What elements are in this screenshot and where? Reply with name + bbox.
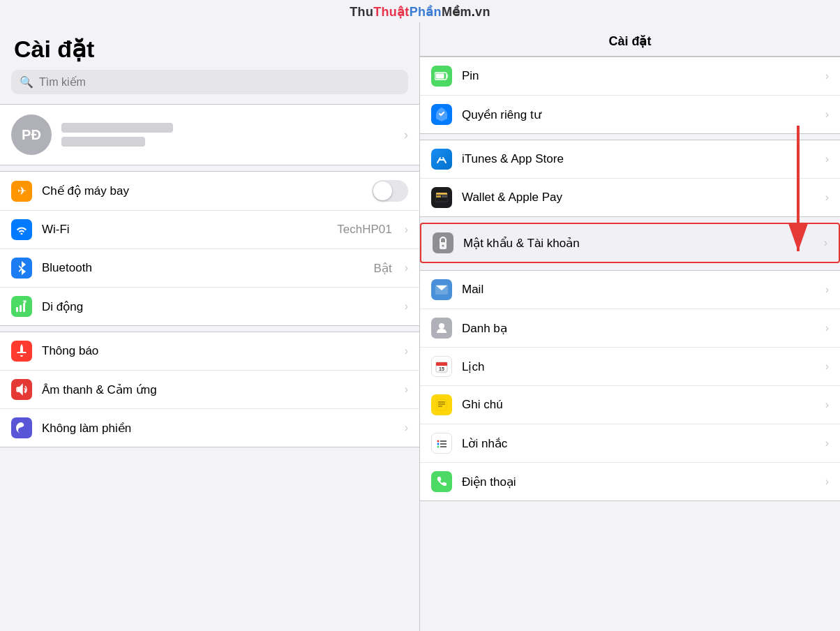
right-group-battery-privacy: Pin › Quyền riêng tư › (420, 57, 840, 134)
calendar-icon: 15 (431, 356, 452, 377)
contacts-label: Danh bạ (462, 321, 816, 336)
profile-row[interactable]: PĐ › (0, 104, 419, 165)
svg-rect-2 (23, 303, 25, 312)
privacy-icon (431, 104, 452, 125)
list-item[interactable]: Ghi chú › (420, 386, 840, 424)
sound-label: Âm thanh & Cảm ứng (42, 383, 395, 397)
battery-label: Pin (462, 69, 816, 83)
right-panel: Cài đặt Pin › (420, 22, 840, 631)
list-item[interactable]: Wi-Fi TechHP01 › (0, 211, 419, 249)
itunes-label: iTunes & App Store (462, 152, 816, 166)
cellular-icon (11, 296, 32, 317)
avatar: PĐ (11, 114, 52, 155)
list-item[interactable]: iTunes & App Store › (420, 140, 840, 179)
right-group-itunes-wallet: iTunes & App Store › Wallet & Apple Pay … (420, 140, 840, 217)
notifications-icon (11, 341, 32, 362)
profile-detail-blur (61, 137, 145, 147)
notes-label: Ghi chú (462, 398, 816, 412)
cellular-label: Di động (42, 299, 395, 314)
profile-name-blur (61, 123, 173, 133)
list-item[interactable]: Bluetooth Bật › (0, 249, 419, 288)
watermark-phan: Phần (410, 5, 442, 19)
list-item[interactable]: Điện thoại › (420, 463, 840, 500)
search-input[interactable] (39, 76, 400, 89)
svg-point-24 (437, 440, 440, 443)
settings-group-connectivity: ✈ Chế độ máy bay Wi-Fi TechHP01 › (0, 171, 419, 326)
svg-point-11 (442, 245, 444, 247)
battery-chevron-icon: › (825, 70, 829, 82)
phone-icon (431, 471, 452, 492)
password-accounts-item[interactable]: Mật khẩu & Tài khoản › (420, 223, 840, 263)
list-item[interactable]: Pin › (420, 57, 840, 96)
left-panel-title: Cài đặt (0, 22, 419, 70)
svg-rect-0 (16, 307, 18, 312)
svg-point-26 (437, 446, 440, 448)
password-accounts-label: Mật khẩu & Tài khoản (463, 236, 814, 251)
wallet-icon (431, 187, 452, 208)
list-item[interactable]: Âm thanh & Cảm ứng › (0, 371, 419, 409)
contacts-chevron-icon: › (825, 322, 829, 334)
calendar-label: Lịch (462, 359, 816, 374)
watermark-bar: ThuThuậtPhầnMềm.vn (0, 0, 840, 22)
left-panel: Cài đặt 🔍 PĐ › ✈ Chế độ máy bay (0, 22, 420, 631)
list-item[interactable]: Quyền riêng tư › (420, 96, 840, 133)
watermark-vn: vn (475, 5, 490, 19)
dnd-label: Không làm phiền (42, 421, 395, 436)
privacy-label: Quyền riêng tư (462, 107, 816, 122)
list-item[interactable]: Không làm phiền › (0, 409, 419, 447)
reminders-label: Lời nhắc (462, 436, 816, 451)
mail-chevron-icon: › (825, 283, 829, 296)
wifi-icon (11, 219, 32, 240)
list-item[interactable]: Di động › (0, 288, 419, 325)
list-item[interactable]: ✈ Chế độ máy bay (0, 172, 419, 211)
list-item[interactable]: Wallet & Apple Pay › (420, 179, 840, 216)
search-bar[interactable]: 🔍 (11, 70, 408, 94)
right-panel-header: Cài đặt (420, 22, 840, 57)
svg-rect-7 (436, 195, 441, 198)
svg-point-14 (439, 323, 444, 329)
bluetooth-chevron-icon: › (405, 262, 408, 274)
notifications-chevron-icon: › (405, 345, 408, 357)
list-item[interactable]: Danh bạ › (420, 309, 840, 348)
privacy-chevron-icon: › (825, 108, 829, 121)
list-item[interactable]: Mail › (420, 271, 840, 309)
bluetooth-icon (11, 258, 32, 279)
sound-icon (11, 379, 32, 400)
calendar-chevron-icon: › (825, 360, 829, 373)
appstore-icon (431, 149, 452, 170)
list-item[interactable]: Thông báo › (0, 332, 419, 371)
wifi-label: Wi-Fi (42, 223, 327, 237)
svg-rect-19 (437, 399, 447, 410)
dnd-chevron-icon: › (405, 422, 408, 434)
profile-info (61, 123, 394, 147)
svg-rect-8 (442, 195, 447, 198)
airplane-toggle[interactable] (372, 180, 408, 202)
itunes-chevron-icon: › (825, 153, 829, 165)
svg-text:15: 15 (439, 366, 444, 371)
watermark-thu: Thu (350, 5, 373, 19)
list-item[interactable]: Lời nhắc › (420, 424, 840, 463)
svg-rect-4 (436, 74, 444, 79)
sound-chevron-icon: › (405, 383, 408, 396)
password-accounts-chevron-icon: › (824, 237, 827, 249)
battery-icon (431, 66, 452, 87)
main-container: Cài đặt 🔍 PĐ › ✈ Chế độ máy bay (0, 22, 840, 631)
bluetooth-label: Bluetooth (42, 261, 364, 275)
wifi-chevron-icon: › (405, 223, 408, 236)
phone-label: Điện thoại (462, 475, 816, 489)
svg-point-25 (437, 443, 440, 445)
right-group-apps: Mail › Danh bạ › (420, 270, 840, 501)
wallet-chevron-icon: › (825, 191, 829, 204)
bluetooth-value: Bật (374, 261, 392, 276)
wifi-value: TechHP01 (337, 223, 391, 237)
phone-chevron-icon: › (825, 475, 829, 488)
svg-rect-1 (20, 305, 22, 312)
svg-rect-17 (436, 362, 447, 365)
reminders-chevron-icon: › (825, 437, 829, 450)
notifications-label: Thông báo (42, 344, 395, 358)
watermark-mem: Mềm (442, 5, 472, 19)
airplane-icon: ✈ (11, 181, 32, 202)
mail-icon (431, 279, 452, 300)
settings-group-notifications: Thông báo › Âm thanh & Cảm ứng › (0, 332, 419, 447)
list-item[interactable]: 15 Lịch › (420, 348, 840, 386)
